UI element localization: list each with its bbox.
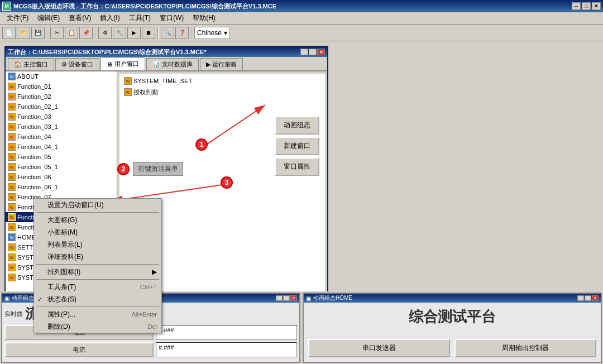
tab-device[interactable]: ⚙ 设备窗口 (55, 58, 99, 70)
toolbar-b6[interactable]: ❓ (175, 27, 189, 39)
bottom-right-title-text: 动画组态HOME (313, 294, 352, 302)
ctx-statusbar[interactable]: ✓ 状态条(S) (34, 293, 161, 305)
tab-strategy-icon: ▶ (206, 61, 210, 68)
menu-help[interactable]: 帮助(H) (188, 12, 220, 24)
ctx-arrange-arrow: ▶ (152, 268, 157, 276)
tabs-bar: 🏠 主控窗口 ⚙ 设备窗口 🖥 用户窗口 📊 实时数据库 ▶ 运行策略 (6, 57, 327, 71)
list-item-func03-1[interactable]: W Function_03_1 (6, 122, 117, 132)
ctx-delete[interactable]: 删除(D) Del (34, 320, 161, 333)
minimize-button[interactable]: ─ (572, 2, 581, 10)
ctx-set-startup[interactable]: 设置为启动窗口(U) (34, 199, 161, 211)
item-icon-func09: W (8, 223, 16, 231)
toolbar-open[interactable]: 📂 (17, 27, 30, 39)
list-item-func01[interactable]: W Function_01 (6, 82, 117, 92)
list-item-func05-1[interactable]: W Function_05_1 (6, 162, 117, 172)
tab-main-control[interactable]: 🏠 主控窗口 (8, 58, 54, 70)
inner-maximize[interactable]: □ (309, 49, 317, 55)
tab-db-label: 实时数据库 (162, 60, 193, 69)
ctx-toolbar[interactable]: 工具条(T) Ctrl+T (34, 281, 161, 293)
language-dropdown[interactable]: Chinese ▾ (194, 27, 230, 39)
tab-run-strategy[interactable]: ▶ 运行策略 (200, 58, 243, 70)
tab-device-icon: ⚙ (61, 61, 67, 68)
list-item-about[interactable]: W ABOUT (6, 71, 117, 82)
current-button[interactable]: 电流 (4, 342, 154, 357)
item-icon-func04-1: W (8, 143, 16, 151)
inner-minimize[interactable]: ─ (300, 49, 308, 55)
bottom-right-large-text: 综合测试平台 (409, 307, 496, 327)
item-icon-sys-cc2: W (8, 264, 16, 271)
bl-close-btn[interactable]: ✕ (290, 295, 297, 301)
ctx-detail[interactable]: 详细资料(E) (34, 251, 161, 263)
toolbar-copy[interactable]: 📋 (65, 27, 78, 39)
tab-realtime-db[interactable]: 📊 实时数据库 (146, 58, 199, 70)
toolbar-paste[interactable]: 📌 (79, 27, 93, 39)
animate-button[interactable]: 动画组态 (275, 116, 319, 135)
bl-max-btn[interactable]: □ (283, 295, 290, 301)
period-output-button[interactable]: 周期输出控制器 (454, 339, 596, 357)
new-window-button[interactable]: 新建窗口 (275, 137, 319, 155)
bottom-left-prefix: 实时曲 (4, 310, 23, 318)
item-icon-func04: W (8, 133, 16, 141)
list-item-func02-1[interactable]: W Function_02_1 (6, 102, 117, 112)
close-button[interactable]: ✕ (592, 2, 601, 10)
app-icon: M (2, 2, 11, 11)
maximize-button[interactable]: □ (582, 2, 591, 10)
bl-min-btn[interactable]: ─ (276, 295, 283, 301)
right-empty-area (332, 46, 601, 319)
right-item-auth[interactable]: W 授权到期 (122, 87, 194, 97)
list-item-func02[interactable]: W Function_02 (6, 92, 117, 102)
bottom-right-title: ▣ 动画组态HOME ─ □ ✕ (304, 294, 601, 303)
menu-view[interactable]: 查看(V) (64, 12, 95, 24)
ctx-small-icon-label: 小图标(M) (47, 228, 78, 237)
toolbar-b3[interactable]: ▶ (127, 27, 141, 39)
toolbar-b2[interactable]: 🔧 (113, 27, 126, 39)
list-item-func06[interactable]: W Function_06 (6, 172, 117, 182)
toolbar-save[interactable]: 💾 (31, 27, 45, 39)
item-icon-func06-1: W (8, 183, 16, 191)
ctx-sep2 (36, 264, 159, 265)
window-props-button[interactable]: 窗口属性 (275, 157, 319, 176)
toolbar-new[interactable]: 📄 (2, 27, 16, 39)
toolbar-sep4 (191, 27, 192, 39)
dropdown-arrow: ▾ (224, 29, 227, 37)
tab-user-icon: 🖥 (107, 61, 113, 68)
context-menu: 设置为启动窗口(U) 大图标(G) 小图标(M) 列表显示(L) 详细资料(E)… (34, 198, 162, 333)
tab-main-label: 主控窗口 (23, 60, 48, 69)
toolbar-cut[interactable]: ✂ (50, 27, 64, 39)
ctx-properties[interactable]: 属性(P)... Alt+Enter (34, 308, 161, 320)
toolbar-b5[interactable]: 🔍 (161, 27, 174, 39)
menu-window[interactable]: 窗口(W) (155, 12, 188, 24)
ctx-set-startup-label: 设置为启动窗口(U) (47, 200, 104, 210)
toolbar-b1[interactable]: ⚙ (98, 27, 112, 39)
tab-user-window[interactable]: 🖥 用户窗口 (100, 58, 145, 70)
inner-titlebar: 工作台：C:\USERS\PC\DESKTOP\PLC\MCGS\综合测试平台V… (6, 47, 327, 57)
item-icon-about: W (8, 73, 16, 80)
list-item-func04[interactable]: W Function_04 (6, 132, 117, 142)
item-icon-func02: W (8, 93, 16, 100)
menu-tools[interactable]: 工具(T) (125, 12, 155, 24)
item-icon-func08: W (8, 213, 16, 221)
list-item-func05[interactable]: W Function_05 (6, 152, 117, 162)
br-close-btn[interactable]: ✕ (592, 295, 599, 301)
br-max-btn[interactable]: □ (585, 295, 591, 301)
list-item-func06-1[interactable]: W Function_06_1 (6, 182, 117, 192)
list-item-func04-1[interactable]: W Function_04_1 (6, 142, 117, 152)
ctx-list-display[interactable]: 列表显示(L) (34, 238, 161, 251)
main-title: MCGS嵌入版组态环境 - 工作台：C:\USERS\PC\DESKTOP\PL… (13, 2, 276, 11)
serial-send-button[interactable]: 串口发送器 (308, 339, 450, 357)
inner-close[interactable]: ✕ (317, 49, 325, 55)
item-icon-func05: W (8, 153, 16, 161)
right-item-system-time[interactable]: W SYSTEM_TIME_SET (122, 76, 194, 86)
item-icon-func07-1: W (8, 203, 16, 211)
br-min-btn[interactable]: ─ (577, 295, 584, 301)
toolbar-b4[interactable]: ⏹ (142, 27, 155, 39)
menu-insert[interactable]: 插入(I) (95, 12, 124, 24)
menu-file[interactable]: 文件(F) (2, 12, 33, 24)
tab-main-icon: 🏠 (14, 61, 22, 68)
ctx-arrange-icon[interactable]: 排列图标(I) ▶ (34, 266, 161, 278)
list-item-func03[interactable]: W Function_03 (6, 112, 117, 122)
menu-edit[interactable]: 编辑(E) (33, 12, 64, 24)
ctx-delete-label: 删除(D) (47, 322, 70, 332)
ctx-large-icon[interactable]: 大图标(G) (34, 214, 161, 226)
ctx-small-icon[interactable]: 小图标(M) (34, 226, 161, 238)
